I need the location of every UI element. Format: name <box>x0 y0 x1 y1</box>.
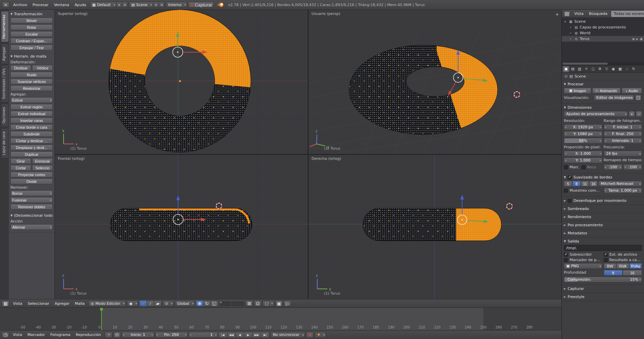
menu-item[interactable]: Vista <box>10 301 25 306</box>
scene-dropdown[interactable]: ▤ Scene <box>129 2 153 8</box>
tool-escalar-button[interactable]: Escalar <box>10 31 53 37</box>
face-select-toggle[interactable]: ▰ <box>154 300 162 306</box>
resolution-y-field[interactable]: Y: 1080 px <box>564 131 602 137</box>
tool-tab[interactable]: Herramientas <box>1 11 9 42</box>
panel-header-transform[interactable]: Transformación <box>10 12 53 16</box>
pin-icon[interactable]: ⊙ <box>565 74 568 79</box>
editor-type-button[interactable]: ≡ <box>2 2 9 8</box>
render-engine-dropdown[interactable]: Interno <box>166 2 187 8</box>
tool-extruir-region-button[interactable]: Extruir región <box>10 104 53 110</box>
editor-type-button-timeline[interactable]: ◷ <box>2 332 9 338</box>
tool-proyectar-button[interactable]: Proyectar cortes <box>10 172 53 177</box>
transport-button[interactable]: ◀ <box>236 332 244 338</box>
remap-new-field[interactable]: :100 <box>623 164 642 170</box>
fps-dropdown[interactable]: 24 fps <box>604 151 642 156</box>
render-opengl-button[interactable]: ▣ <box>275 300 283 306</box>
menu-item[interactable]: Fotograma <box>48 332 73 338</box>
viewport-front[interactable]: z x Frontal (ortog) (1) Torus <box>55 155 308 299</box>
transport-button[interactable]: ▶▶ <box>253 332 261 338</box>
orientation-dropdown[interactable]: Global <box>175 300 195 306</box>
render-icon[interactable]: ▣ <box>640 37 643 41</box>
frames-seconds-toggle[interactable]: ⊙ <box>113 332 121 338</box>
timeline-current-frame-line[interactable] <box>101 308 102 330</box>
aa-samples-button[interactable]: 5 <box>564 181 572 187</box>
panel-header-render[interactable]: Procesar <box>564 81 642 88</box>
file-format-dropdown[interactable]: ▣PNG <box>564 263 602 269</box>
panel-header-bake[interactable]: Capturar <box>564 285 642 292</box>
outliner-scrollbar[interactable] <box>562 62 644 65</box>
aa-samples-button[interactable]: 11 <box>581 181 589 187</box>
outliner-item-torus[interactable]: •◎Torus◉►▣ <box>562 36 644 42</box>
menu-item[interactable]: Ayuda <box>72 2 89 8</box>
tool-deslizar-button[interactable]: Deslizar <box>10 65 31 71</box>
menu-item[interactable]: Vista <box>572 11 586 17</box>
editor-type-button-3d[interactable]: ▦ <box>2 300 9 306</box>
layers-widget[interactable] <box>219 301 245 306</box>
end-frame-field[interactable]: Fin: 250 <box>155 332 188 338</box>
tool-suavizar-button[interactable]: Suavizar vértices <box>10 79 53 84</box>
panel-header-dimensions[interactable]: Dimensiones <box>564 104 642 111</box>
delete-screen-button[interactable]: × <box>122 2 128 8</box>
compression-slider[interactable]: Compresión: 15% <box>564 277 642 282</box>
full-sample-checkbox-row[interactable]: Muestreo com... <box>564 188 602 193</box>
panel-header-mesh-tools[interactable]: Herram. de malla <box>10 54 53 59</box>
mode-dropdown[interactable]: ◎ Modo Edición <box>88 300 126 306</box>
resolution-x-field[interactable]: X: 1920 px <box>564 124 602 130</box>
tool-fusionar-dropdown[interactable]: Fusionar <box>10 197 53 203</box>
menu-item[interactable]: Ventana <box>51 2 72 8</box>
transport-button[interactable]: ◀◀ <box>227 332 236 338</box>
filter-size-field[interactable]: Tama: 1.000 px <box>604 188 642 193</box>
full-sample-checkbox[interactable] <box>564 189 568 193</box>
expander-icon[interactable]: ▾ <box>563 20 567 23</box>
edge-select-toggle[interactable]: / <box>147 300 154 306</box>
tool-rotar-button[interactable]: Rotar <box>10 24 53 30</box>
panel-header-output[interactable]: Salida <box>564 238 642 245</box>
panel-header-freestyle[interactable]: Freestyle <box>564 293 642 300</box>
vertex-select-toggle[interactable]: ∙ <box>139 300 147 306</box>
panel-header-antialiasing[interactable]: Suavizado de bordes <box>564 174 642 181</box>
menu-item[interactable]: Búsqueda <box>586 11 610 17</box>
menu-item[interactable]: Marcador <box>25 332 48 338</box>
crop-checkbox-row[interactable]: Reco <box>581 165 596 169</box>
menu-item[interactable]: Procesar <box>30 2 51 8</box>
manipulator-rotate-toggle[interactable]: ↻ <box>203 300 211 306</box>
panel-header-performance[interactable]: Rendimiento <box>564 213 642 220</box>
properties-tab-render-layers[interactable]: ▤ <box>570 66 576 72</box>
properties-tab-world[interactable]: ☼ <box>583 66 590 72</box>
placeholders-checkbox[interactable] <box>564 258 568 262</box>
layers-grid-right[interactable] <box>232 301 244 306</box>
properties-tab-particles[interactable]: ∴ <box>624 66 630 72</box>
panel-header-motion-blur[interactable]: Desenfoque por movimiento <box>564 197 642 204</box>
crop-checkbox[interactable] <box>581 165 585 169</box>
color-rgba-button[interactable]: RVAa <box>629 263 642 269</box>
lock-to-scene-toggle[interactable]: ⊠ <box>246 300 253 306</box>
preset-add-button[interactable]: + <box>629 111 635 117</box>
tool-cortar-button[interactable]: Cortar <box>10 165 31 171</box>
tool-duplicar-button[interactable]: Duplicar <box>10 151 53 157</box>
menu-item[interactable]: Malla <box>72 301 87 306</box>
cache-result-checkbox[interactable] <box>604 258 608 262</box>
shading-dropdown[interactable]: ◉ <box>127 300 138 306</box>
output-path-field[interactable]: /tmp\ <box>564 245 642 251</box>
record-button[interactable]: ● <box>306 332 314 338</box>
tool-crear-borde-button[interactable]: Crear borde o cara <box>10 124 53 130</box>
properties-tab-object[interactable]: ◻ <box>590 66 596 72</box>
file-extensions-checkbox[interactable] <box>604 253 608 257</box>
outliner-item-world[interactable]: •◍World <box>562 30 644 36</box>
display-mode-dropdown[interactable]: Editor de imágenes <box>594 95 634 101</box>
keying-set-dropdown[interactable]: ♦ <box>315 332 326 338</box>
timeline-ruler[interactable]: -50-40-30-20-100102030405060708090100110… <box>0 308 561 330</box>
depth-8-button[interactable]: 8 <box>604 270 623 276</box>
properties-tab-material[interactable]: ◉ <box>610 66 617 72</box>
tool-desplazar-button[interactable]: Desplazar y desli... <box>10 145 53 150</box>
tool-tab[interactable]: Lápiz de cera <box>1 128 9 158</box>
manipulator-scale-toggle[interactable]: ◱ <box>211 300 218 306</box>
resolution-percentage-slider[interactable]: 50% <box>564 138 602 144</box>
outliner-item-capas-de-procesamiento[interactable]: •▤Capas de procesamiento <box>562 24 644 30</box>
tool-extruir-dropdown[interactable]: Extruir <box>10 97 53 103</box>
placeholders-checkbox-row[interactable]: Marcador de p... <box>564 258 602 262</box>
menu-item[interactable]: Seleccionar <box>25 301 52 306</box>
depth-16-button[interactable]: 16 <box>623 270 642 276</box>
aspect-y-field[interactable]: Y: 1.000 <box>564 157 602 163</box>
tool-mover-button[interactable]: Mover <box>10 18 53 23</box>
